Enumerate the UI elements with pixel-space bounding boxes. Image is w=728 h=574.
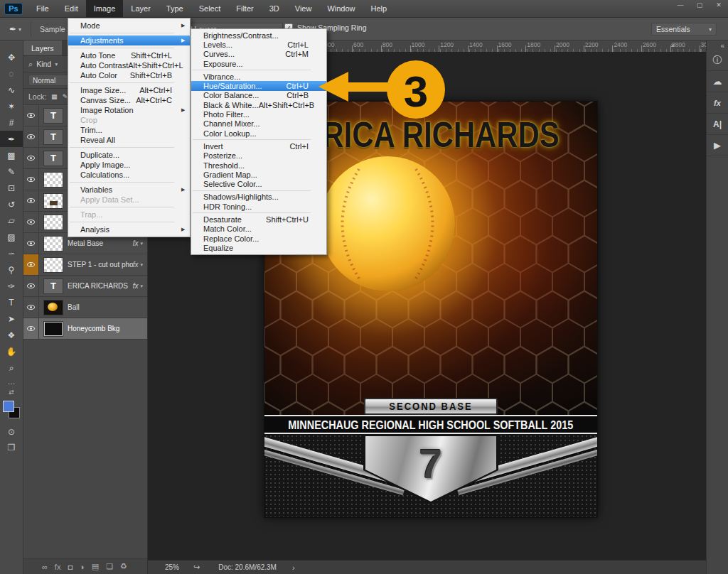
menu-item[interactable]: Match Color... ▶ (191, 224, 326, 234)
menu-item[interactable]: Color Balance... Ctrl+B ▶ (191, 91, 326, 100)
eraser-tool[interactable]: ▱ (0, 212, 23, 229)
share-icon[interactable]: ↪ (193, 563, 200, 572)
menu-item[interactable]: Posterize... ▶ (191, 151, 326, 161)
workspace-switcher[interactable]: Essentials ▾ (651, 23, 717, 36)
restore-button[interactable]: ▢ (695, 1, 705, 9)
menu-bar-item[interactable]: Filter (228, 0, 261, 17)
path-selection-tool[interactable]: ➤ (0, 310, 23, 327)
menu-bar-item[interactable]: 3D (262, 0, 287, 17)
smudge-tool[interactable]: ∽ (0, 245, 23, 261)
lasso-tool[interactable]: ∿ (0, 82, 23, 98)
layer-group-icon[interactable]: ▤ (92, 562, 99, 571)
menu-item[interactable]: ▶ (68, 45, 190, 50)
menu-item[interactable]: Shadows/Highlights... ▶ (191, 193, 326, 202)
layer-fx-badge[interactable]: fx▾ (133, 261, 147, 269)
eyedropper-tool[interactable]: ✒ (0, 131, 23, 147)
visibility-toggle[interactable] (23, 233, 39, 254)
menu-item[interactable]: Image Rotation ▶ (68, 105, 190, 115)
menu-item[interactable]: Hue/Saturation... Ctrl+U ▶ (191, 81, 326, 90)
menu-item[interactable]: ▶ (68, 205, 190, 210)
menu-item[interactable]: Equalize ▶ (191, 243, 326, 252)
crop-tool[interactable]: # (0, 114, 23, 131)
visibility-toggle[interactable] (23, 169, 39, 190)
clone-stamp-tool[interactable]: ⊡ (0, 180, 23, 196)
brush-tool[interactable]: ✎ (0, 163, 23, 180)
menu-item[interactable]: Black & White... Alt+Shift+Ctrl+B ▶ (191, 100, 326, 109)
menu-item[interactable]: Adjustments ▶ (68, 36, 190, 45)
menu-item[interactable]: Selective Color... ▶ (191, 179, 326, 188)
Honeycomb Bkg[interactable]: Honeycomb Bkg ▾ (23, 318, 147, 340)
status-chevron-icon[interactable]: › (292, 563, 295, 572)
panel-tab[interactable]: Layers (23, 40, 62, 55)
type-tool[interactable]: T (0, 294, 23, 310)
screen-mode-button[interactable]: ❐ (0, 440, 23, 455)
menu-item[interactable]: Calculations... ▶ (68, 170, 190, 180)
menu-item[interactable]: Vibrance... ▶ (191, 72, 326, 81)
visibility-toggle[interactable] (23, 318, 39, 339)
menu-item[interactable]: Trap... ▶ (68, 210, 190, 220)
character-panel-icon[interactable]: A| (707, 114, 728, 135)
info-panel-icon[interactable]: ⓘ (707, 50, 728, 71)
minimize-button[interactable]: — (675, 1, 685, 9)
lock-transparency-icon[interactable]: ▦ (51, 93, 58, 100)
dodge-tool[interactable]: ⚲ (0, 261, 23, 278)
visibility-toggle[interactable] (23, 126, 39, 147)
filter-kind-dropdown[interactable]: Kind (36, 60, 51, 68)
menu-item[interactable]: Apply Image... ▶ (68, 160, 190, 170)
menu-bar-item[interactable]: Window (319, 0, 363, 17)
quick-selection-tool[interactable]: ✶ (0, 98, 23, 114)
delete-layer-icon[interactable]: ♻ (120, 562, 127, 571)
Ball[interactable]: Ball ▾ (23, 297, 147, 318)
menu-bar-item[interactable]: View (287, 0, 320, 17)
history-brush-tool[interactable]: ↺ (0, 196, 23, 212)
visibility-toggle[interactable] (23, 297, 39, 318)
menu-item[interactable]: Apply Data Set... ▶ (68, 195, 190, 205)
menu-item[interactable]: Levels... Ctrl+L ▶ (191, 40, 326, 49)
edit-toolbar-icon[interactable]: … (0, 376, 23, 387)
current-tool-button[interactable]: ✒ ▾ (4, 22, 31, 36)
menu-bar-item[interactable]: Edit (57, 0, 86, 17)
visibility-toggle[interactable] (23, 276, 39, 296)
new-layer-icon[interactable]: ❏ (106, 562, 113, 571)
marquee-tool[interactable]: ◌ (0, 65, 23, 82)
foreground-color-swatch[interactable] (3, 401, 14, 412)
menu-bar-item[interactable]: Type (159, 0, 191, 17)
creative-cloud-icon[interactable]: ☁ (707, 71, 728, 92)
visibility-toggle[interactable] (23, 105, 39, 126)
menu-item[interactable]: Auto Tone Shift+Ctrl+L ▶ (68, 50, 190, 60)
menu-item[interactable]: Color Lookup... ▶ (191, 129, 326, 138)
menu-item[interactable]: Trim... ▶ (68, 125, 190, 135)
menu-item[interactable]: Image Size... Alt+Ctrl+I ▶ (68, 85, 190, 95)
menu-item[interactable]: Duplicate... ▶ (68, 150, 190, 160)
menu-item[interactable]: Canvas Size... Alt+Ctrl+C ▶ (68, 95, 190, 105)
actions-panel-icon[interactable]: ▶ (707, 135, 728, 156)
styles-fx-panel-icon[interactable]: fx (707, 92, 728, 114)
visibility-toggle[interactable] (23, 212, 39, 232)
layer-fx-badge[interactable]: fx▾ (133, 239, 147, 247)
menu-item[interactable]: Mode ▶ (68, 21, 190, 31)
menu-item[interactable]: Replace Color... ▶ (191, 234, 326, 243)
menu-item[interactable]: Invert Ctrl+I ▶ (191, 141, 326, 151)
menu-item[interactable]: Analysis ▶ (68, 224, 190, 234)
menu-item[interactable]: Channel Mixer... ▶ (191, 119, 326, 129)
panel-overflow-icon[interactable]: » (670, 41, 675, 49)
custom-shape-tool[interactable]: ❖ (0, 327, 23, 343)
menu-item[interactable]: Curves... Ctrl+M ▶ (191, 50, 326, 59)
menu-item[interactable]: Brightness/Contrast... ▶ (191, 31, 326, 40)
move-tool[interactable]: ✥ (0, 49, 23, 65)
STEP 1 - cut out photo h...[interactable]: STEP 1 - cut out photo h... fx▾ (23, 254, 147, 276)
menu-item[interactable]: Exposure... ▶ (191, 59, 326, 68)
zoom-tool[interactable]: ⌕ (0, 359, 23, 376)
collapse-dock-icon[interactable]: « (720, 42, 724, 50)
hand-tool[interactable]: ✋ (0, 343, 23, 359)
visibility-toggle[interactable] (23, 148, 39, 168)
link-layers-icon[interactable]: ∞ (42, 563, 48, 571)
gradient-tool[interactable]: ▨ (0, 229, 23, 245)
quick-mask-button[interactable]: ⊙ (0, 424, 23, 440)
menu-item[interactable]: Variables ▶ (68, 185, 190, 195)
menu-bar-item[interactable]: Image (86, 0, 124, 17)
menu-item[interactable]: ▶ (68, 31, 190, 36)
layer-fx-badge[interactable]: fx▾ (133, 282, 147, 290)
visibility-toggle[interactable] (23, 254, 39, 275)
menu-item[interactable]: Desaturate Shift+Ctrl+U ▶ (191, 215, 326, 224)
